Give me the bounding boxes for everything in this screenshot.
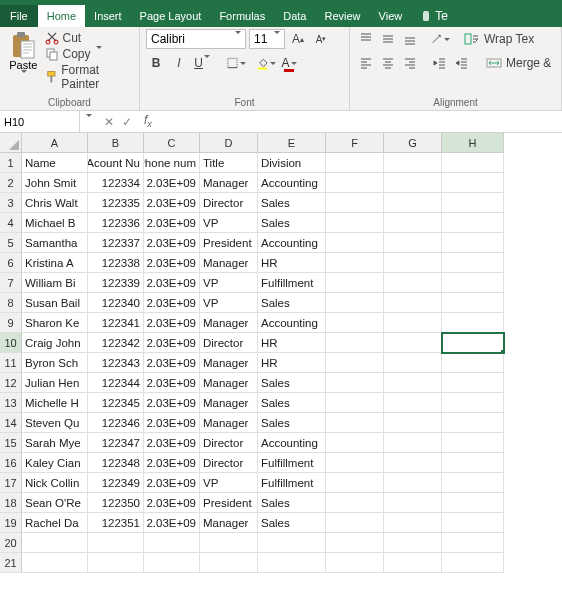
cell[interactable]: 122340	[88, 293, 144, 313]
align-top-icon[interactable]	[356, 29, 376, 49]
cell[interactable]: President	[200, 233, 258, 253]
tab-insert[interactable]: Insert	[85, 5, 131, 27]
cell[interactable]: Michael B	[22, 213, 88, 233]
cell[interactable]	[384, 293, 442, 313]
cell[interactable]: 122343	[88, 353, 144, 373]
cell[interactable]: Byron Sch	[22, 353, 88, 373]
cell[interactable]: 2.03E+09	[144, 273, 200, 293]
cell[interactable]	[326, 353, 384, 373]
row-head[interactable]: 9	[0, 313, 22, 333]
cell[interactable]: HR	[258, 253, 326, 273]
cell[interactable]: Manager	[200, 173, 258, 193]
cell[interactable]: Fulfillment	[258, 473, 326, 493]
cell[interactable]: 122351	[88, 513, 144, 533]
row-head[interactable]: 2	[0, 173, 22, 193]
bold-button[interactable]: B	[146, 53, 166, 73]
cell[interactable]	[442, 353, 504, 373]
fx-icon[interactable]: fx	[140, 113, 156, 129]
copy-button[interactable]: Copy	[45, 47, 133, 61]
cell[interactable]: HR	[258, 353, 326, 373]
format-painter-button[interactable]: Format Painter	[45, 63, 133, 91]
cell[interactable]	[384, 253, 442, 273]
cell[interactable]	[442, 273, 504, 293]
cell[interactable]	[326, 333, 384, 353]
cell[interactable]: Manager	[200, 313, 258, 333]
cell[interactable]: 122347	[88, 433, 144, 453]
cell[interactable]: Division	[258, 153, 326, 173]
fill-color-button[interactable]	[256, 53, 276, 73]
cell[interactable]	[442, 473, 504, 493]
row-head[interactable]: 1	[0, 153, 22, 173]
orientation-button[interactable]	[430, 29, 450, 49]
cell[interactable]: Craig John	[22, 333, 88, 353]
col-head-C[interactable]: C	[144, 133, 200, 153]
cell[interactable]: 2.03E+09	[144, 233, 200, 253]
cell[interactable]: 2.03E+09	[144, 473, 200, 493]
cell[interactable]: 122341	[88, 313, 144, 333]
cell[interactable]	[442, 553, 504, 573]
cell[interactable]: Chris Walt	[22, 193, 88, 213]
cell[interactable]: 2.03E+09	[144, 453, 200, 473]
cell[interactable]	[88, 553, 144, 573]
cell[interactable]: 2.03E+09	[144, 173, 200, 193]
cell[interactable]: VP	[200, 213, 258, 233]
cell[interactable]: 122346	[88, 413, 144, 433]
col-head-E[interactable]: E	[258, 133, 326, 153]
increase-font-icon[interactable]: A▴	[288, 29, 308, 49]
cell[interactable]: Director	[200, 453, 258, 473]
cell[interactable]: Phone num	[144, 153, 200, 173]
cell[interactable]: William Bi	[22, 273, 88, 293]
cell[interactable]: Nick Collin	[22, 473, 88, 493]
cell[interactable]: Sharon Ke	[22, 313, 88, 333]
merge-center-button[interactable]: Merge &	[486, 56, 551, 70]
cell[interactable]	[384, 333, 442, 353]
cell[interactable]	[442, 313, 504, 333]
cut-button[interactable]: Cut	[45, 31, 133, 45]
cell[interactable]	[442, 293, 504, 313]
font-size-select[interactable]: 11	[249, 29, 285, 49]
cell[interactable]: Sales	[258, 413, 326, 433]
cell[interactable]	[326, 253, 384, 273]
cell[interactable]: 122342	[88, 333, 144, 353]
cell[interactable]	[384, 273, 442, 293]
paste-button[interactable]: Paste	[6, 29, 41, 97]
cell[interactable]	[384, 413, 442, 433]
cell[interactable]	[326, 313, 384, 333]
cell[interactable]: 122344	[88, 373, 144, 393]
cell[interactable]: 122339	[88, 273, 144, 293]
cell[interactable]	[258, 533, 326, 553]
cell[interactable]	[88, 533, 144, 553]
cell[interactable]	[326, 293, 384, 313]
row-head[interactable]: 8	[0, 293, 22, 313]
underline-button[interactable]: U	[192, 53, 212, 73]
cell[interactable]: 2.03E+09	[144, 333, 200, 353]
cell[interactable]: Director	[200, 333, 258, 353]
cell[interactable]: 122350	[88, 493, 144, 513]
row-head[interactable]: 17	[0, 473, 22, 493]
cell[interactable]: Sales	[258, 393, 326, 413]
cell[interactable]: Sales	[258, 493, 326, 513]
cell[interactable]	[384, 353, 442, 373]
cell[interactable]	[442, 333, 504, 353]
tab-view[interactable]: View	[370, 5, 412, 27]
cell[interactable]: Sales	[258, 213, 326, 233]
cell[interactable]	[258, 553, 326, 573]
cell[interactable]: President	[200, 493, 258, 513]
cell[interactable]	[442, 253, 504, 273]
cell[interactable]: Accounting	[258, 233, 326, 253]
row-head[interactable]: 18	[0, 493, 22, 513]
tab-home[interactable]: Home	[38, 5, 85, 27]
font-color-button[interactable]: A	[279, 53, 299, 73]
cell[interactable]	[326, 393, 384, 413]
cell[interactable]	[442, 513, 504, 533]
cell[interactable]	[442, 533, 504, 553]
cell[interactable]	[442, 393, 504, 413]
cell[interactable]: 2.03E+09	[144, 353, 200, 373]
cell[interactable]	[442, 413, 504, 433]
cell[interactable]: Sales	[258, 373, 326, 393]
cell[interactable]	[326, 513, 384, 533]
row-head[interactable]: 21	[0, 553, 22, 573]
cell[interactable]	[144, 533, 200, 553]
col-head-H[interactable]: H	[442, 133, 504, 153]
col-head-G[interactable]: G	[384, 133, 442, 153]
